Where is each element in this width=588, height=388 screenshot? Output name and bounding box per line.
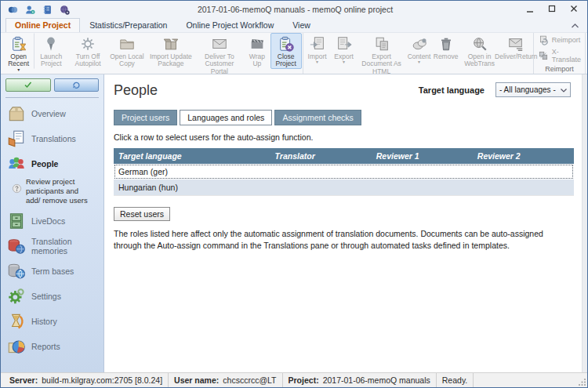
reimport-button[interactable]: Reimport (538, 34, 581, 45)
open-local-copy-button[interactable]: Open Local Copy (107, 33, 147, 69)
qat-notebook-icon[interactable] (42, 4, 53, 16)
term-bases-icon (6, 261, 27, 281)
sidebar-item-description: Review project participants and add/ rem… (5, 176, 99, 209)
close-button[interactable] (564, 2, 584, 16)
close-icon (570, 5, 578, 14)
envelope-icon (211, 35, 228, 53)
export-document-as-html-label: Export Document As HTML (360, 53, 404, 74)
turn-off-autopilot-button[interactable]: Turn Off Autopilot (68, 33, 107, 69)
deliver-return-button[interactable]: Deliver/Return (500, 33, 532, 61)
ribbon-tab-online-project[interactable]: Online Project (5, 18, 80, 32)
status-value: Ready. (442, 375, 468, 385)
import-button[interactable]: Import▾ (304, 33, 331, 64)
table-row[interactable]: Hungarian (hun) (114, 179, 574, 195)
close-project-icon (278, 35, 295, 53)
sidebar-item-label: Translation memories (31, 237, 98, 256)
sidebar-item-people[interactable]: People (5, 151, 99, 176)
import-update-package-button[interactable]: Import Update Package (147, 33, 195, 69)
tab-project-users[interactable]: Project users (114, 110, 177, 125)
package-icon (162, 35, 180, 53)
export-document-icon (336, 35, 353, 53)
minimize-icon (526, 5, 534, 14)
qat-memoq-logo-icon[interactable] (7, 4, 19, 16)
wrap-up-icon (249, 35, 266, 53)
ribbon-collapse-button[interactable] (568, 20, 581, 31)
ribbon-group-document: Import▾Export▾Export Document As HTML▾Co… (303, 33, 534, 74)
qat-user-gear-icon[interactable] (24, 4, 36, 16)
remove-label: Remove (434, 53, 459, 60)
maximize-button[interactable] (542, 2, 562, 16)
ribbon-tab-view[interactable]: View (283, 18, 320, 32)
table-header-row: Target languageTranslatorReviewer 1Revie… (114, 148, 574, 164)
x-translate-icon (538, 50, 549, 61)
target-language-select[interactable]: - All languages - (495, 82, 571, 97)
status-label: Server: (9, 375, 38, 385)
note-text: The roles listed here affect only the au… (114, 228, 560, 252)
export-button[interactable]: Export▾ (331, 33, 358, 64)
remove-button[interactable]: Remove (433, 33, 459, 61)
open-recent-button[interactable]: Open Recent▾ (3, 33, 34, 72)
content-button[interactable]: Content▾ (406, 33, 433, 64)
sidebar-item-history[interactable]: History (5, 309, 99, 334)
export-document-as-html-button[interactable]: Export Document As HTML▾ (358, 33, 406, 74)
sidebar-item-translation-memories[interactable]: Translation memories (5, 234, 99, 259)
ribbon-tab-statistics-preparation[interactable]: Statistics/Preparation (80, 18, 176, 32)
people-icon (6, 154, 27, 174)
sidebar-item-settings[interactable]: Settings (5, 284, 99, 309)
table-cell: Hungarian (hun) (114, 183, 270, 192)
wrap-up-button[interactable]: Wrap Up (244, 33, 270, 69)
webtrans-globe-icon (471, 35, 488, 53)
export-html-icon (373, 35, 390, 53)
reimport-label: Reimport (552, 36, 581, 44)
open-recent-icon (10, 35, 27, 53)
page-title: People (114, 82, 158, 99)
ribbon-tab-online-project-workflow[interactable]: Online Project Workflow (176, 18, 283, 32)
window-controls (520, 2, 584, 16)
translations-doc-icon (6, 129, 27, 149)
status-label: User name: (174, 375, 219, 385)
status-bar: Server:build-m.kilgray.com:2705 [8.0.24]… (1, 372, 587, 387)
maximize-icon (548, 5, 556, 14)
sidebar-item-translations[interactable]: Translations (5, 126, 99, 151)
confirm-button[interactable] (5, 78, 51, 92)
sidebar-item-label: Term bases (31, 267, 74, 276)
tab-assignment-checks[interactable]: Assignment checks (274, 110, 361, 125)
content-cloud-icon (411, 35, 428, 53)
resize-grip[interactable] (578, 378, 586, 386)
content-pane: People Target language - All languages -… (104, 74, 582, 372)
sidebar-description-text: Review project participants and add/ rem… (26, 177, 92, 205)
chevron-up-icon (572, 20, 579, 30)
reimport-icon (538, 34, 549, 45)
window-title: 2017-01-06-memoQ manuals - memoQ online … (71, 5, 520, 14)
sidebar-item-label: LiveDocs (31, 216, 65, 226)
refresh-button[interactable] (54, 78, 100, 92)
reset-users-button[interactable]: Reset users (114, 207, 170, 221)
import-update-package-label: Import Update Package (149, 53, 193, 68)
sidebar-item-term-bases[interactable]: Term bases (5, 259, 99, 284)
launch-project-button[interactable]: Launch Project (34, 33, 68, 69)
help-icon (12, 177, 22, 194)
sidebar-item-overview[interactable]: Overview (5, 101, 99, 126)
target-language-label: Target language (419, 85, 485, 95)
column-header-target-language: Target language (114, 148, 270, 164)
sidebar-item-reports[interactable]: Reports (5, 334, 99, 359)
status-segment: Project:2017-01-06-memoQ manuals (283, 373, 437, 387)
x-translate-button[interactable]: X-Translate (538, 48, 581, 63)
status-value: build-m.kilgray.com:2705 [8.0.24] (42, 375, 162, 385)
table-body: German (ger)Hungarian (hun) (114, 164, 574, 195)
minimize-button[interactable] (520, 2, 540, 16)
import-document-icon (309, 35, 326, 53)
sidebar: OverviewTranslationsPeopleReview project… (1, 74, 104, 372)
folder-icon (118, 35, 136, 53)
deliver-to-customer-portal-button[interactable]: Deliver To Customer Portal (195, 33, 244, 74)
qat-globe-gear-icon[interactable] (59, 4, 71, 16)
open-in-webtrans-button[interactable]: Open in WebTrans (459, 33, 500, 69)
reports-pie-icon (6, 336, 27, 357)
sidebar-item-livedocs[interactable]: LiveDocs (5, 209, 99, 234)
tab-languages-and-roles[interactable]: Languages and roles (180, 110, 272, 125)
target-language-box: Target language - All languages - (419, 82, 579, 97)
content-header: People Target language - All languages - (114, 82, 579, 99)
table-row[interactable]: German (ger) (114, 164, 574, 179)
deliver-to-customer-portal-label: Deliver To Customer Portal (198, 53, 241, 74)
close-project-button[interactable]: Close Project (270, 33, 302, 69)
